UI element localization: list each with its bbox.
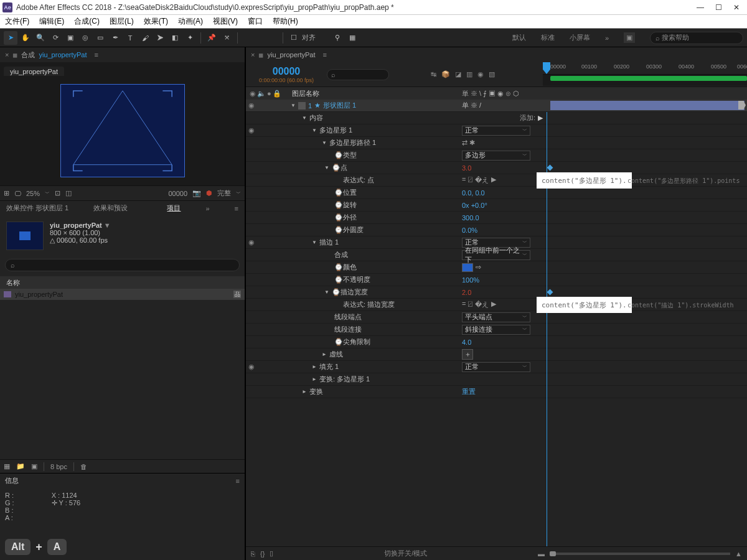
panel-close-icon[interactable]: × [251, 51, 255, 58]
property-value[interactable]: 4.0 [462, 338, 471, 346]
ruler-icon[interactable]: ⊡ [55, 189, 60, 197]
add-dash-button[interactable]: ＋ [462, 349, 473, 360]
property-row[interactable]: ▼多边星形路径 1⇄ ✱ [246, 137, 747, 149]
panel-menu-icon[interactable]: ≡ [322, 51, 326, 58]
roto-tool-icon[interactable]: ✦ [183, 31, 197, 45]
current-frame[interactable]: 00000 [246, 66, 327, 77]
type-tool-icon[interactable]: T [123, 31, 137, 45]
menu-effect[interactable]: 效果(T) [144, 16, 168, 27]
minimize-button[interactable]: — [697, 3, 704, 12]
property-row[interactable]: ⌚类型多边形﹀ [246, 149, 747, 162]
palette-icon[interactable]: ⬢ [206, 189, 212, 197]
expression-controls[interactable]: =⍁�え▶ [462, 300, 496, 309]
project-search-input[interactable]: ⌕ [5, 259, 240, 271]
trash-icon[interactable]: 🗑 [80, 463, 87, 470]
project-row[interactable]: yiu_propertyPat 品 [0, 289, 245, 300]
flowchart-icon[interactable]: 品 [233, 291, 241, 298]
twirl-icon[interactable]: ► [312, 376, 317, 382]
property-dropdown[interactable]: 斜接连接﹀ [462, 325, 530, 335]
stopwatch-icon[interactable]: ⌚ [334, 263, 341, 271]
property-row[interactable]: ▼⌚描边宽度2.0 [246, 286, 747, 299]
property-row[interactable]: 线段连接斜接连接﹀ [246, 324, 747, 336]
comp-panel-tab[interactable]: × ◼ 合成 yiu_propertyPat ≡ [0, 47, 245, 62]
stopwatch-icon[interactable]: ⌚ [334, 213, 341, 222]
project-tab[interactable]: 项目 [167, 203, 181, 213]
stopwatch-icon[interactable]: ⌚ [332, 288, 338, 296]
workspace-small[interactable]: 小屏幕 [570, 33, 590, 42]
pen-tool-icon[interactable]: ✒ [108, 31, 122, 45]
layer-switches[interactable]: 单 ※ / [462, 101, 543, 110]
toggle-switches-icon[interactable]: ⎘ [251, 550, 255, 558]
twirl-icon[interactable]: ▼ [291, 103, 296, 108]
twirl-icon[interactable]: ▼ [324, 289, 329, 295]
stopwatch-icon[interactable]: ⌚ [332, 164, 338, 172]
twirl-icon[interactable]: ▼ [312, 128, 317, 133]
workspace-overflow-icon[interactable]: » [605, 34, 609, 42]
property-row[interactable]: ▼内容添加: ▶ [246, 112, 747, 124]
comp-thumbnail[interactable] [6, 222, 44, 250]
mask-icon[interactable]: ◫ [65, 189, 72, 197]
stopwatch-icon[interactable]: ⌚ [334, 226, 341, 234]
stopwatch-icon[interactable]: ⌚ [334, 189, 341, 197]
snap-grid-icon[interactable]: ▦ [345, 31, 359, 45]
eye-icon[interactable]: ◉ [248, 363, 255, 371]
zoom-dropdown-icon[interactable]: ﹀ [45, 190, 50, 197]
property-row[interactable]: ⌚外圆度0.0% [246, 224, 747, 236]
property-row[interactable]: ►变换: 多边星形 1 [246, 373, 747, 386]
clone-tool-icon[interactable]: ⮞ [153, 31, 167, 45]
camera-tool-icon[interactable]: ▣ [63, 31, 77, 45]
playhead-icon[interactable] [543, 62, 550, 74]
keyframe-icon[interactable] [547, 289, 553, 296]
keyframe-icon[interactable] [547, 165, 553, 171]
zoom-in-icon[interactable]: ▲ [735, 550, 742, 558]
local-axis-icon[interactable]: ⤧ [220, 31, 233, 45]
layer-row[interactable]: ◉ ▼ 1 ★ 形状图层 1 单 ※ / [246, 100, 747, 112]
effects-presets-tab[interactable]: 效果和预设 [93, 203, 128, 213]
interpret-icon[interactable]: ▦ [4, 462, 10, 470]
property-value[interactable]: 3.0 [462, 164, 471, 172]
effects-controls-tab[interactable]: 效果控件 形状图层 1 [6, 203, 68, 213]
panel-menu-icon[interactable]: ≡ [94, 51, 98, 58]
property-value[interactable]: 0x +0.0° [462, 202, 487, 209]
layer-name[interactable]: 形状图层 1 [323, 101, 356, 110]
viewer-timecode[interactable]: 00000 [168, 190, 187, 197]
puppet-tool-icon[interactable]: 📌 [205, 31, 218, 45]
eye-icon[interactable]: ◉ [248, 238, 255, 246]
property-dropdown[interactable]: 多边形﹀ [462, 151, 530, 161]
property-row[interactable]: ⌚旋转0x +0.0° [246, 199, 747, 212]
snap-edge-icon[interactable]: ⚲ [331, 31, 344, 45]
twirl-icon[interactable]: ▼ [324, 165, 329, 170]
search-help-input[interactable]: ⌕ 搜索帮助 [650, 32, 743, 44]
menu-window[interactable]: 窗口 [248, 16, 263, 27]
twirl-icon[interactable]: ► [302, 389, 307, 394]
panel-menu-icon[interactable]: ≡ [236, 477, 240, 485]
switches-column[interactable]: 単 ※ \ ⨍ ▣ ◉ ⊙ ⬡ [462, 89, 543, 98]
menu-layer[interactable]: 图层(L) [110, 16, 134, 27]
property-row[interactable]: ⌚尖角限制4.0 [246, 336, 747, 348]
zoom-tool-icon[interactable]: 🔍 [34, 31, 47, 45]
workspace-default[interactable]: 默认 [512, 33, 526, 42]
property-value[interactable]: 2.0 [462, 289, 471, 296]
graph-editor-icon[interactable]: ▧ [489, 70, 495, 78]
orbit-tool-icon[interactable]: ⟳ [49, 31, 62, 45]
shape-tool-icon[interactable]: ▭ [93, 31, 107, 45]
selection-tool-icon[interactable]: ➤ [4, 31, 17, 45]
work-area-bar[interactable] [543, 75, 747, 86]
comp-sub-tab[interactable]: yiu_propertyPat [4, 67, 64, 76]
eye-icon[interactable]: ◉ [248, 101, 255, 110]
toggle-modes-label[interactable]: 切换开关/模式 [278, 549, 533, 558]
shy-icon[interactable]: ◪ [455, 70, 461, 78]
camera-icon[interactable]: 📷 [192, 189, 201, 197]
menu-help[interactable]: 帮助(H) [273, 16, 298, 27]
menu-composition[interactable]: 合成(C) [74, 16, 100, 27]
time-ruler[interactable]: 00000 00100 00200 00300 00400 00500 0060 [543, 62, 747, 75]
resolution-dropdown[interactable]: 完整 [217, 189, 231, 198]
workspace-standard[interactable]: 标准 [541, 33, 555, 42]
frame-icon[interactable]: ▯ [270, 549, 273, 558]
property-row[interactable]: ►虚线＋ [246, 348, 747, 361]
expression-controls[interactable]: =⍁�え▶ [462, 175, 496, 185]
property-value[interactable]: 0.0, 0.0 [462, 189, 485, 197]
timeline-panel-tab[interactable]: × ◼ yiu_propertyPat ≡ [246, 47, 747, 62]
zoom-slider-handle[interactable] [550, 551, 556, 556]
stopwatch-icon[interactable]: ⌚ [334, 151, 341, 159]
